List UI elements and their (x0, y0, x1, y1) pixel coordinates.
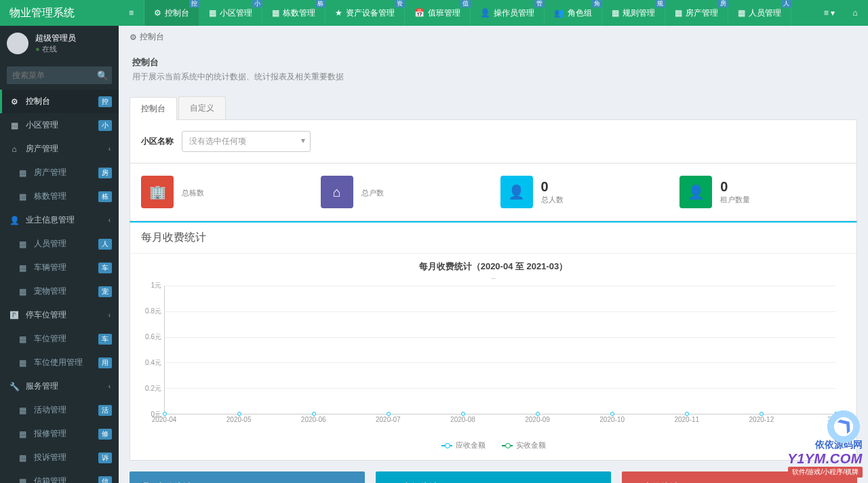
menu-icon: ▦ (16, 406, 28, 415)
stat-value: 0 (720, 180, 750, 193)
sidebar-item[interactable]: ▦栋数管理栋 (0, 185, 119, 208)
main: ≡ ⚙控制台控▦小区管理小▦栋数管理栋★资产设备管理资📅值班管理值👤操作员管理管… (119, 0, 868, 483)
chart-section-title: 每月收费统计 (130, 223, 856, 254)
tab-label: 值班管理 (428, 7, 460, 19)
menu-icon: ▦ (16, 429, 28, 439)
tab-label: 小区管理 (220, 7, 252, 19)
filter-label: 小区名称 (141, 136, 174, 147)
chevron-left-icon: ‹ (108, 145, 111, 153)
menu-label: 控制台 (26, 96, 50, 107)
menu-badge: 控 (98, 96, 112, 107)
menu-badge: 活 (98, 405, 112, 416)
top-tab[interactable]: ★资产设备管理资 (326, 0, 405, 26)
sidebar-item[interactable]: ⌂房产管理‹ (0, 137, 119, 161)
tab-badge: 规 (655, 0, 665, 7)
top-tab[interactable]: ▦人员管理人 (728, 0, 791, 26)
menu-icon: ▦ (16, 192, 28, 201)
tab-label: 资产设备管理 (346, 7, 395, 19)
menu-label: 车辆管理 (34, 262, 66, 273)
legend-marker-icon (502, 445, 513, 446)
stat-label: 租户数量 (720, 195, 750, 205)
more-menu[interactable]: ≡ ▾ (816, 0, 842, 26)
x-tick-label: 2020-06 (301, 416, 326, 423)
tab-label: 规则管理 (623, 7, 655, 19)
stat-icon: 👤 (679, 176, 712, 208)
sidebar-item[interactable]: ⚙控制台控 (0, 90, 119, 113)
legend-label: 实收金额 (516, 440, 546, 450)
stat-value: 0 (541, 180, 564, 193)
x-tick-label: 2021-01 (827, 416, 845, 431)
sidebar-item[interactable]: ▦车位管理车 (0, 327, 119, 351)
menu-label: 停车位管理 (26, 309, 66, 321)
top-tab[interactable]: 📅值班管理值 (405, 0, 471, 26)
menu-badge: 车 (98, 334, 112, 345)
bottom-card[interactable]: 🚗车辆统计 (376, 471, 611, 483)
home-button[interactable]: ⌂ (842, 0, 868, 26)
top-tab[interactable]: 👥角色组角 (545, 0, 602, 26)
y-tick-label: 0.6元 (145, 332, 161, 342)
top-tab[interactable]: ▦小区管理小 (199, 0, 262, 26)
inner-tab[interactable]: 控制台 (130, 97, 177, 120)
sidebar-item[interactable]: ▦车位使用管理用 (0, 351, 119, 374)
tab-icon: 👤 (480, 8, 490, 18)
bottom-card[interactable]: 💾车位统计 (130, 471, 365, 483)
menu-icon: ▦ (16, 334, 28, 344)
y-tick-label: 1元 (151, 281, 161, 290)
sidebar-item[interactable]: ▦投诉管理诉 (0, 446, 119, 469)
top-tab[interactable]: ⚙控制台控 (144, 0, 199, 26)
sidebar-toggle[interactable]: ≡ (119, 0, 144, 26)
menu-icon: 🔧 (8, 382, 20, 391)
y-tick-label: 0.2元 (145, 384, 161, 393)
inner-tab[interactable]: 自定义 (178, 96, 226, 119)
legend-item[interactable]: 应收金额 (441, 440, 486, 450)
chevron-left-icon: ‹ (108, 311, 111, 319)
tab-label: 人员管理 (749, 7, 781, 19)
top-tab[interactable]: 👤操作员管理管 (471, 0, 545, 26)
tab-icon: ▦ (272, 8, 279, 18)
menu-badge: 修 (98, 429, 112, 440)
sidebar-item[interactable]: ▦人员管理人 (0, 232, 119, 256)
avatar[interactable] (7, 33, 28, 54)
y-tick-label: 0.8元 (145, 307, 161, 316)
top-tab[interactable]: ▦规则管理规 (602, 0, 665, 26)
bottom-cards: 💾车位统计🚗车辆统计♥宠物统计 (130, 471, 857, 483)
menu-label: 宠物管理 (34, 286, 66, 297)
sidebar-item[interactable]: ▦小区管理小 (0, 113, 119, 137)
community-select[interactable]: 没有选中任何项 (182, 131, 311, 152)
inner-tabs: 控制台自定义 (130, 96, 857, 120)
sidebar-item[interactable]: ▦报修管理修 (0, 422, 119, 446)
menu-icon: 👤 (8, 216, 20, 225)
tab-badge: 房 (718, 0, 728, 7)
sidebar-item[interactable]: 👤业主信息管理‹ (0, 208, 119, 232)
top-tab[interactable]: ▦栋数管理栋 (262, 0, 326, 26)
tab-badge: 资 (395, 0, 405, 7)
content: 控制台 用于展示当前系统中的统计数据、统计报表及相关重要数据 控制台自定义 小区… (119, 48, 868, 483)
sidebar-menu: ⚙控制台控▦小区管理小⌂房产管理‹▦房产管理房▦栋数管理栋👤业主信息管理‹▦人员… (0, 90, 119, 483)
legend-item[interactable]: 实收金额 (502, 440, 546, 450)
tab-badge: 控 (189, 0, 199, 7)
tab-badge: 管 (534, 0, 545, 7)
sidebar-item[interactable]: 🔧服务管理‹ (0, 374, 119, 398)
menu-label: 栋数管理 (34, 191, 66, 202)
bottom-card[interactable]: ♥宠物统计 (622, 471, 857, 483)
tab-label: 操作员管理 (494, 7, 534, 19)
stat-card: 👤0租户数量 (679, 176, 846, 208)
search-button[interactable]: 🔍 (93, 66, 112, 84)
x-tick-label: 2020-07 (376, 416, 401, 423)
stat-card: 🏢总栋数 (141, 176, 307, 208)
stat-icon: 👤 (500, 176, 533, 208)
dashboard-icon: ⚙ (130, 33, 137, 42)
menu-icon: ▦ (16, 287, 28, 296)
menu-icon: ▦ (8, 121, 20, 130)
sidebar-item[interactable]: ▦宠物管理宠 (0, 279, 119, 303)
sidebar-item[interactable]: ▦车辆管理车 (0, 256, 119, 279)
sidebar-item[interactable]: ▦房产管理房 (0, 161, 119, 185)
sidebar-item[interactable]: 🅿停车位管理‹ (0, 303, 119, 327)
menu-label: 投诉管理 (34, 452, 66, 463)
y-tick-label: 0.4元 (145, 358, 161, 368)
sidebar-item[interactable]: ▦信箱管理信 (0, 469, 119, 483)
tab-label: 房产管理 (686, 7, 718, 19)
sidebar-item[interactable]: ▦活动管理活 (0, 398, 119, 422)
stat-card: ⌂总户数 (321, 176, 487, 208)
top-tab[interactable]: ▦房产管理房 (665, 0, 728, 26)
